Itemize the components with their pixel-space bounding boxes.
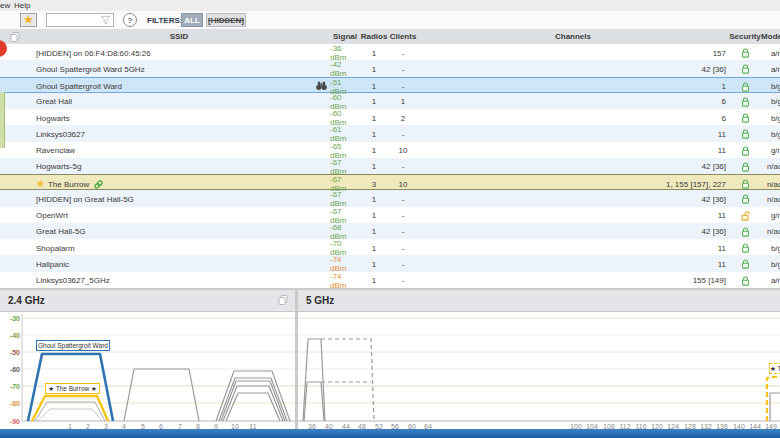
lock-icon	[740, 226, 751, 238]
y-axis-tick-label: -90	[10, 418, 20, 425]
table-row[interactable]: [HIDDEN] on 06:F4:D8:60:45:26-36 dBm1-15…	[0, 44, 780, 60]
band-5ghz-title: 5 GHz	[306, 295, 334, 306]
table-row[interactable]: Hallpanic-74 dBm1-11b/g	[0, 255, 780, 271]
funnel-icon	[100, 15, 111, 26]
header-mode[interactable]: Mode	[762, 29, 780, 44]
table-row[interactable]: Great Hall-5G-68 dBm1-42 [36]n/ac	[0, 223, 780, 239]
header-channels[interactable]: Channels	[418, 29, 728, 44]
clients-cell: -	[388, 60, 418, 78]
lock-icon	[740, 63, 751, 75]
lock-icon	[740, 145, 751, 157]
ssid-text: Hogwarts	[36, 114, 70, 123]
band-2-4ghz-title: 2.4 GHz	[8, 295, 45, 306]
lock-icon	[740, 275, 751, 287]
favorites-filter-button[interactable]: ★	[20, 13, 37, 27]
table-row[interactable]: Shopalarm-70 dBm1-11b/g	[0, 239, 780, 255]
signal-cell: -67 dBm	[330, 158, 360, 176]
row-leading-cell	[0, 60, 28, 78]
clients-cell: -	[388, 272, 418, 290]
chart-canvas: -30-40-50-60-70-80-901234567891011	[0, 312, 295, 430]
table-row[interactable]: Linksys03627_5GHz-74 dBm1-155 [149]a/n	[0, 272, 780, 288]
header-ssid[interactable]: SSID	[28, 29, 330, 44]
linksys-5ghz-ch155-curve	[770, 393, 780, 421]
hallpanic-ch11-curve	[226, 393, 280, 421]
link-icon	[93, 179, 104, 190]
5ghz-minus67-group-ch36-curve	[304, 382, 324, 421]
help-icon[interactable]: ?	[123, 13, 137, 27]
security-cell	[728, 272, 762, 290]
ssid-text: Ghoul Spattergroit Ward 5GHz	[36, 65, 145, 74]
table-row[interactable]: Ghoul Spattergroit Ward-51 dBm1-1b/g	[0, 77, 780, 93]
mode-cell: n/ac	[762, 158, 780, 176]
wifi-analyzer-window: ew Help ★ ? FILTERS: ALL [HIDDEN] SSID S…	[0, 0, 780, 438]
table-row[interactable]: [HIDDEN] on Great Hall-5G-67 dBm1-42 [36…	[0, 190, 780, 206]
search-input[interactable]	[48, 15, 104, 27]
table-row[interactable]: Great Hall-60 dBm116b/g	[0, 93, 780, 109]
table-row[interactable]: ★The Burrow-67 dBm3101, 155 [157], 227n/…	[0, 174, 780, 190]
lock-icon	[740, 258, 751, 270]
ssid-text: Hallpanic	[36, 260, 69, 269]
window-edge-bar	[0, 429, 780, 438]
ssid-text: [HIDDEN] on Great Hall-5G	[36, 195, 134, 204]
lock-icon	[740, 242, 751, 254]
ssid-cell: Hogwarts-5g	[28, 158, 330, 176]
ssid-text: Hogwarts-5g	[36, 162, 81, 171]
menu-item-help[interactable]: Help	[14, 1, 30, 10]
copy-chart-button[interactable]	[277, 294, 289, 308]
header-signal[interactable]: Signal	[330, 29, 360, 44]
ssid-cell: Ghoul Spattergroit Ward 5GHz	[28, 60, 330, 78]
ssid-text: OpenWrt	[36, 211, 68, 220]
lock-icon	[740, 47, 751, 59]
search-field	[46, 13, 114, 27]
table-row[interactable]: Hogwarts-60 dBm126b/g	[0, 109, 780, 125]
spectrum-charts: 2.4 GHz -30-40-50-60-70-80-9012345678910…	[0, 288, 780, 432]
ssid-text: Ravenclaw	[36, 146, 75, 155]
toolbar: ★ ? FILTERS: ALL [HIDDEN]	[0, 11, 780, 30]
table-row[interactable]: Hogwarts-5g-67 dBm1-42 [36]n/ac	[0, 158, 780, 174]
header-clients[interactable]: Clients	[388, 29, 418, 44]
binoculars-icon	[315, 80, 328, 91]
lock-icon	[740, 81, 751, 93]
band-2-4ghz-header: 2.4 GHz	[0, 290, 295, 312]
table-row[interactable]: Ghoul Spattergroit Ward 5GHz-42 dBm1-42 …	[0, 60, 780, 76]
network-label: ★ The Burrow ★	[769, 363, 780, 374]
table-header: SSID Signal Radios Clients Channels Secu…	[0, 29, 780, 45]
clients-cell: -	[388, 158, 418, 176]
network-label: Ghoul Spattergroit Ward	[36, 340, 110, 351]
ssid-text: Ghoul Spattergroit Ward	[36, 82, 122, 91]
y-axis-tick-label: -60	[10, 366, 20, 373]
ssid-text: Linksys03627	[36, 130, 85, 139]
row-leading-cell	[0, 158, 28, 176]
radios-cell: 1	[360, 158, 388, 176]
filter-hidden-button[interactable]: [HIDDEN]	[206, 13, 246, 27]
y-axis-tick-label: -80	[10, 400, 20, 407]
table-row[interactable]: Linksys03627-61 dBm1-11b/g	[0, 125, 780, 141]
unknown-ch1-weak2-curve	[38, 409, 102, 421]
filter-all-button[interactable]: ALL	[181, 13, 203, 27]
y-axis-tick-label: -70	[10, 383, 20, 390]
channels-cell: 42 [36]	[418, 60, 728, 78]
band-5ghz-panel: 5 GHz 3640444852566064100104108112116120…	[298, 290, 780, 430]
lock-icon	[740, 193, 751, 205]
table-row[interactable]: Ravenclaw-65 dBm11011g/n	[0, 142, 780, 158]
header-security[interactable]: Security	[728, 29, 762, 44]
table-row[interactable]: OpenWrt-67 dBm1-11g/n	[0, 207, 780, 223]
ghoul-5ghz-80mhz-ext-curve	[321, 339, 374, 421]
network-table: [HIDDEN] on 06:F4:D8:60:45:26-36 dBm1-15…	[0, 44, 780, 288]
filters-label: FILTERS:	[147, 16, 182, 25]
lock-icon	[740, 96, 751, 108]
ssid-text: Shopalarm	[36, 244, 75, 253]
header-radios[interactable]: Radios	[360, 29, 388, 44]
band-5ghz-plot: 3640444852566064100104108112116120124128…	[298, 312, 780, 430]
band-5ghz-header: 5 GHz	[298, 290, 780, 312]
radios-cell: 1	[360, 272, 388, 290]
security-cell	[728, 60, 762, 78]
copy-icon	[9, 31, 21, 43]
cropped-panel-fragment	[0, 92, 5, 148]
menu-item-partial[interactable]: ew	[0, 1, 10, 10]
network-label: ★ The Burrow ★	[45, 383, 100, 394]
ssid-text: Great Hall	[36, 97, 72, 106]
lock-icon	[740, 178, 751, 190]
the-burrow-5ghz-ch155-curve	[767, 377, 780, 421]
band-2-4ghz-plot: -30-40-50-60-70-80-901234567891011Ghoul …	[0, 312, 295, 430]
